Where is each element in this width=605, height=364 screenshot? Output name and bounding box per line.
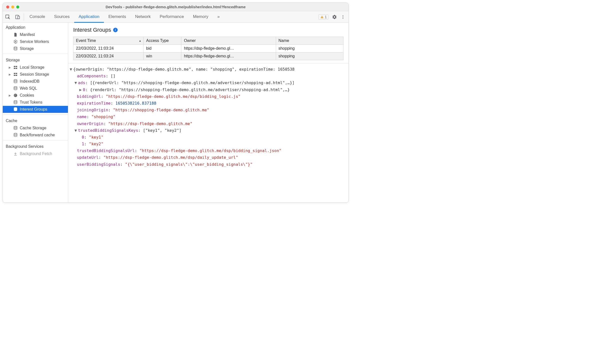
- panel-header: Interest Groups i: [68, 23, 348, 37]
- svg-point-27: [14, 126, 17, 128]
- sidebar-item-label: Trust Tokens: [20, 100, 42, 105]
- cookie-icon: [13, 93, 18, 98]
- table-header-row: Event Time▲ Access Type Owner Name: [73, 37, 343, 45]
- cell-name: shopping: [276, 45, 343, 52]
- sidebar-item-bfcache[interactable]: Back/forward cache: [3, 132, 68, 139]
- cell-type: win: [144, 52, 181, 60]
- sidebar-item-label: Background Fetch: [20, 152, 52, 156]
- tab-performance[interactable]: Performance: [155, 11, 188, 23]
- svg-rect-12: [14, 68, 15, 69]
- info-icon[interactable]: i: [113, 28, 118, 32]
- grid-icon: [13, 65, 18, 70]
- database-icon: [13, 126, 18, 130]
- col-owner[interactable]: Owner: [181, 37, 276, 45]
- window-title: DevTools - publisher-fledge-demo.glitch.…: [3, 5, 348, 9]
- sidebar-item-cache-storage[interactable]: Cache Storage: [3, 125, 68, 132]
- sidebar-item-label: Session Storage: [20, 72, 49, 77]
- caret-right-icon[interactable]: ▶: [9, 66, 11, 69]
- toggle-caret-icon[interactable]: ▶: [79, 86, 83, 93]
- svg-point-19: [14, 87, 17, 88]
- sidebar-item-interest-groups[interactable]: Interest Groups: [3, 106, 68, 113]
- tab-console[interactable]: Console: [25, 11, 49, 23]
- tab-strip: Console Sources Application Elements Net…: [25, 11, 224, 22]
- svg-point-22: [16, 94, 16, 95]
- svg-point-20: [14, 94, 17, 97]
- maximize-window[interactable]: [16, 5, 19, 8]
- sidebar-item-label: Storage: [20, 46, 34, 51]
- devtools-window: DevTools - publisher-fledge-demo.glitch.…: [2, 2, 349, 203]
- col-name[interactable]: Name: [276, 37, 343, 45]
- toggle-caret-icon[interactable]: ▼: [70, 66, 73, 73]
- svg-point-5: [343, 15, 343, 16]
- col-access-type[interactable]: Access Type: [144, 37, 181, 45]
- sidebar-item-label: IndexedDB: [20, 79, 39, 84]
- sidebar-item-label: Manifest: [20, 32, 35, 37]
- sidebar-item-websql[interactable]: Web SQL: [3, 85, 68, 92]
- grid-icon: [13, 72, 18, 77]
- database-icon: [13, 46, 18, 51]
- svg-point-9: [14, 47, 17, 48]
- caret-right-icon[interactable]: ▶: [9, 94, 11, 97]
- database-icon: [13, 133, 18, 137]
- group-cache: Cache: [3, 116, 68, 125]
- sort-asc-icon: ▲: [139, 39, 141, 42]
- caret-right-icon[interactable]: ▶: [9, 73, 11, 76]
- database-icon: [13, 79, 18, 84]
- group-storage: Storage: [3, 55, 68, 64]
- panel-title: Interest Groups: [73, 27, 111, 33]
- cell-time: 22/03/2022, 11:03:24: [73, 45, 144, 52]
- device-toolbar-icon[interactable]: [13, 11, 23, 23]
- sidebar-item-indexeddb[interactable]: IndexedDB: [3, 78, 68, 85]
- toggle-caret-icon[interactable]: ▼: [74, 79, 78, 86]
- settings-icon[interactable]: [331, 11, 338, 23]
- tab-overflow[interactable]: »: [213, 11, 224, 23]
- sidebar-item-cookies[interactable]: ▶ Cookies: [3, 92, 68, 99]
- svg-point-8: [15, 41, 16, 42]
- database-icon: [13, 100, 18, 105]
- table-row[interactable]: 22/03/2022, 11:03:24 bid https://dsp-fle…: [73, 45, 343, 52]
- sidebar-item-label: Web SQL: [20, 86, 37, 91]
- svg-rect-14: [14, 73, 15, 74]
- tab-network[interactable]: Network: [131, 11, 155, 23]
- panel-content: Interest Groups i Event Time▲ Access Typ…: [68, 23, 348, 202]
- tab-application[interactable]: Application: [74, 11, 104, 23]
- sidebar-item-service-workers[interactable]: Service Workers: [3, 38, 68, 45]
- tab-memory[interactable]: Memory: [188, 11, 213, 23]
- col-event-time[interactable]: Event Time▲: [73, 37, 144, 45]
- issues-badge[interactable]: 1: [318, 14, 328, 19]
- sidebar-item-session-storage[interactable]: ▶ Session Storage: [3, 71, 68, 78]
- sidebar-item-manifest[interactable]: Manifest: [3, 31, 68, 38]
- traffic-lights: [3, 5, 19, 8]
- upload-icon: [13, 152, 18, 156]
- database-icon: [13, 107, 18, 112]
- group-bg-services: Background Services: [3, 142, 68, 150]
- group-application: Application: [3, 23, 68, 31]
- minimize-window[interactable]: [11, 5, 14, 8]
- cell-name: shopping: [276, 52, 343, 60]
- database-icon: [13, 86, 18, 91]
- object-viewer[interactable]: ▼{ownerOrigin: "https://dsp-fledge-demo.…: [68, 63, 348, 202]
- main-area: Application Manifest Service Workers Sto…: [3, 23, 348, 202]
- svg-point-18: [14, 80, 17, 81]
- svg-rect-17: [16, 75, 17, 76]
- close-window[interactable]: [6, 5, 9, 8]
- sidebar-item-storage-root[interactable]: Storage: [3, 45, 68, 52]
- sidebar-item-trust-tokens[interactable]: Trust Tokens: [3, 99, 68, 106]
- toggle-caret-icon[interactable]: ▼: [74, 127, 78, 134]
- tab-sources[interactable]: Sources: [49, 11, 74, 23]
- table-row[interactable]: 22/03/2022, 11:03:24 win https://dsp-fle…: [73, 52, 343, 60]
- cell-owner: https://dsp-fledge-demo.gl…: [181, 52, 276, 60]
- svg-rect-4: [322, 17, 322, 17]
- svg-rect-10: [14, 66, 15, 67]
- inspect-element-icon[interactable]: [3, 11, 13, 23]
- kebab-menu-icon[interactable]: [340, 11, 345, 23]
- toolbar-divider: [24, 13, 24, 20]
- sidebar-item-background-fetch[interactable]: Background Fetch: [3, 150, 68, 157]
- tab-elements[interactable]: Elements: [104, 11, 131, 23]
- sidebar-item-local-storage[interactable]: ▶ Local Storage: [3, 64, 68, 71]
- sidebar-item-label: Cookies: [20, 93, 34, 98]
- svg-rect-3: [322, 16, 322, 17]
- events-table: Event Time▲ Access Type Owner Name 22/03…: [73, 37, 343, 60]
- cell-time: 22/03/2022, 11:03:24: [73, 52, 144, 60]
- file-icon: [13, 32, 18, 37]
